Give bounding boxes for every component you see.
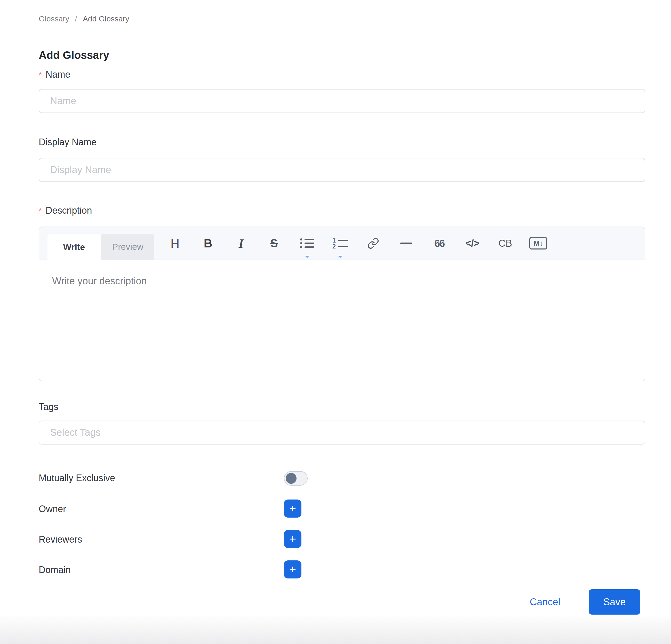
strikethrough-button[interactable]: S — [257, 227, 291, 260]
horizontal-rule-button[interactable] — [390, 227, 423, 260]
tags-select-input[interactable] — [39, 421, 645, 445]
save-button[interactable]: Save — [589, 589, 640, 615]
display-name-label: Display Name — [39, 137, 97, 147]
tags-label-text: Tags — [39, 401, 58, 412]
breadcrumb-glossary[interactable]: Glossary — [39, 14, 69, 23]
code-block-button[interactable]: CB — [489, 227, 522, 260]
cancel-button[interactable]: Cancel — [524, 589, 566, 615]
required-mark: * — [39, 70, 42, 80]
tags-label: Tags — [39, 401, 58, 412]
mutually-exclusive-row: Mutually Exclusive — [39, 473, 645, 484]
tab-write[interactable]: Write — [48, 234, 101, 260]
mutually-exclusive-label: Mutually Exclusive — [39, 473, 115, 483]
name-label-text: Name — [46, 69, 70, 80]
domain-label: Domain — [39, 565, 71, 575]
plus-icon: + — [289, 564, 296, 575]
italic-icon: I — [239, 236, 244, 250]
heading-button[interactable]: H — [159, 227, 191, 260]
mutually-exclusive-toggle[interactable] — [284, 471, 308, 486]
code-icon: </> — [466, 238, 479, 249]
tab-preview[interactable]: Preview — [101, 234, 154, 260]
owner-label: Owner — [39, 504, 66, 514]
bulleted-list-button[interactable] — [291, 227, 324, 260]
description-label-text: Description — [46, 205, 92, 216]
add-reviewer-button[interactable]: + — [284, 530, 301, 548]
numbered-list-button[interactable]: 1 2 — [324, 227, 357, 260]
description-placeholder: Write your description — [52, 275, 632, 287]
bulleted-list-icon — [300, 239, 314, 248]
form-actions: Cancel Save — [39, 589, 645, 615]
code-block-icon: CB — [498, 238, 512, 249]
quote-button[interactable]: 66 — [423, 227, 456, 260]
domain-row: Domain + — [39, 565, 645, 575]
display-name-label-text: Display Name — [39, 137, 97, 147]
breadcrumb-separator: / — [75, 14, 77, 23]
add-domain-button[interactable]: + — [284, 561, 301, 578]
owner-row: Owner + — [39, 504, 645, 514]
heading-icon: H — [170, 236, 180, 250]
page-title: Add Glossary — [39, 49, 109, 61]
description-editor: Write Preview H B I S — [39, 227, 645, 381]
description-label: * Description — [39, 205, 92, 216]
numbered-list-icon: 1 2 — [332, 239, 348, 248]
markdown-icon: M↓ — [529, 237, 547, 249]
description-textarea[interactable]: Write your description — [39, 260, 645, 302]
name-input[interactable] — [39, 89, 645, 113]
breadcrumb: Glossary / Add Glossary — [39, 14, 129, 23]
bulleted-list-caret — [305, 256, 309, 258]
code-button[interactable]: </> — [456, 227, 489, 260]
plus-icon: + — [289, 533, 296, 545]
link-icon — [367, 237, 379, 249]
plus-icon: + — [289, 503, 296, 514]
markdown-button[interactable]: M↓ — [522, 227, 555, 260]
link-button[interactable] — [357, 227, 390, 260]
horizontal-rule-icon — [400, 243, 412, 244]
strikethrough-icon: S — [270, 237, 278, 250]
numbered-list-caret — [338, 256, 342, 258]
toggle-knob — [286, 473, 296, 484]
editor-toolbar-icons: H B I S — [159, 227, 555, 260]
reviewers-row: Reviewers + — [39, 534, 645, 545]
editor-toolbar: Write Preview H B I S — [39, 227, 645, 260]
quote-icon: 66 — [434, 237, 444, 249]
breadcrumb-add-glossary: Add Glossary — [83, 14, 129, 23]
add-owner-button[interactable]: + — [284, 500, 301, 518]
bold-icon: B — [204, 236, 212, 250]
name-label: * Name — [39, 69, 70, 80]
display-name-input[interactable] — [39, 158, 645, 182]
italic-button[interactable]: I — [225, 227, 257, 260]
reviewers-label: Reviewers — [39, 534, 82, 545]
editor-tabs: Write Preview — [48, 234, 154, 260]
add-glossary-form: Glossary / Add Glossary Add Glossary * N… — [39, 0, 645, 644]
required-mark: * — [39, 206, 42, 216]
bold-button[interactable]: B — [191, 227, 225, 260]
